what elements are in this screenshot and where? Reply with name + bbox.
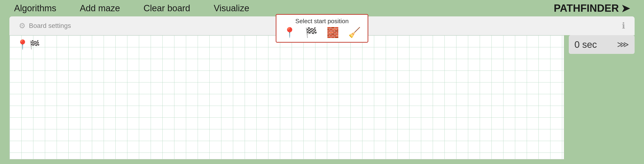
eraser-icon[interactable]: 🧹 [348, 27, 360, 38]
nav-algorithms[interactable]: Algorithms [14, 3, 56, 13]
grid-markers: 📍 🏁 [17, 39, 40, 50]
timer-panel: 0 sec ⋙ [569, 35, 634, 159]
end-marker: 🏁 [30, 40, 40, 50]
brand-text: PATHFINDER [554, 2, 619, 14]
gear-icon: ⚙ [19, 21, 26, 30]
brand-logo: PATHFINDER ➤ [554, 2, 630, 14]
start-marker: 📍 [17, 39, 28, 50]
grid-lines [10, 35, 564, 159]
timer-expand-icon[interactable]: ⋙ [617, 40, 629, 49]
select-position-panel: Select start position 📍 🏁 🧱 🧹 [276, 14, 368, 43]
main-area: ⚙ Board settings Select start position 📍… [0, 16, 644, 164]
nav-visualize[interactable]: Visualize [214, 3, 249, 13]
board-settings-label: Board settings [29, 22, 71, 29]
grid-container: 📍 🏁 0 sec ⋙ [10, 35, 634, 159]
nav-add-maze[interactable]: Add maze [80, 3, 120, 13]
grid-board[interactable]: 📍 🏁 [10, 35, 564, 159]
board-bar: ⚙ Board settings Select start position 📍… [10, 16, 634, 35]
flag-icon[interactable]: 🏁 [305, 27, 317, 38]
board-settings[interactable]: ⚙ Board settings [19, 21, 71, 30]
blocks-icon[interactable]: 🧱 [327, 27, 339, 38]
timer-box: 0 sec ⋙ [569, 35, 634, 54]
grid-canvas: 📍 🏁 [10, 35, 564, 159]
brand-arrow-icon: ➤ [621, 2, 630, 14]
pin-icon[interactable]: 📍 [284, 27, 296, 38]
select-position-label: Select start position [296, 17, 349, 25]
info-icon[interactable]: ℹ [622, 21, 625, 31]
nav-clear-board[interactable]: Clear board [144, 3, 190, 13]
tooltip-icons-row: 📍 🏁 🧱 🧹 [284, 27, 360, 38]
timer-value: 0 sec [574, 39, 597, 50]
